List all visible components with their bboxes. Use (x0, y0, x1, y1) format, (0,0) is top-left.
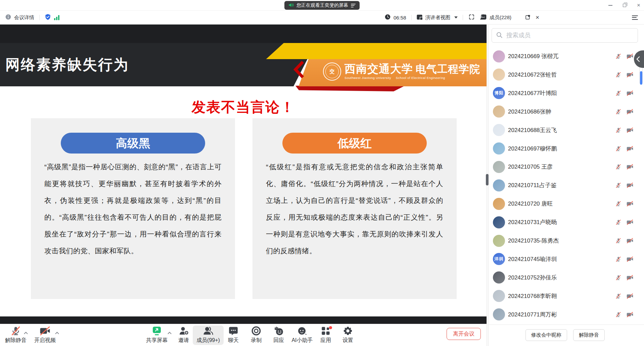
avatar (493, 142, 505, 155)
mic-muted-icon[interactable] (615, 219, 621, 226)
watching-banner: 您正在观看王奕斐的屏幕 (284, 1, 360, 10)
member-icon (480, 14, 487, 21)
mic-muted-icon[interactable] (615, 90, 621, 97)
panel-unmute-button[interactable]: 解除静音 (573, 329, 605, 341)
camera-off-icon[interactable] (627, 275, 633, 282)
member-search-input[interactable] (506, 32, 634, 39)
member-name: 2024210735-陈勇杰 (508, 237, 559, 245)
camera-off-icon[interactable] (627, 53, 633, 60)
presentation-slide: 网络素养缺失行为 交 西南交通大学电气工程学院 Southwest Jiaoto… (0, 43, 487, 316)
avatar (493, 198, 505, 210)
camera-off-icon[interactable] (627, 219, 633, 226)
member-name: 2024210768李昕翱 (508, 292, 557, 300)
camera-off-icon[interactable] (627, 201, 633, 208)
panel-menu-icon[interactable] (632, 14, 638, 21)
mic-muted-icon[interactable] (615, 201, 621, 208)
member-name: 2024210669 张楷兀 (508, 52, 558, 60)
avatar (493, 308, 505, 320)
member-row[interactable]: 2024210731卢晓旸 (489, 213, 644, 231)
apps-notification-dot (329, 326, 332, 329)
slide-heading: 发表不当言论！ (0, 98, 487, 117)
view-layout-icon (417, 14, 422, 21)
mic-muted-icon[interactable] (615, 275, 621, 282)
member-row[interactable]: 2024210686张翀 (489, 102, 644, 121)
mic-options-chevron-icon[interactable] (24, 330, 28, 336)
settings-button[interactable]: 设置 (334, 326, 362, 345)
meeting-app-window: 您正在观看王奕斐的屏幕 × 会议详情 06:58 (0, 0, 644, 346)
mic-muted-icon[interactable] (615, 293, 621, 300)
unmute-button[interactable]: 解除静音 (2, 326, 30, 345)
camera-off-icon[interactable] (627, 182, 633, 189)
banner-menu-icon[interactable] (351, 4, 356, 7)
camera-off-icon[interactable] (627, 90, 633, 97)
clock-icon (385, 14, 390, 21)
member-name: 2024210720 唐旺 (508, 200, 553, 208)
fullscreen-icon[interactable] (469, 14, 474, 21)
card-pill: 低级红 (282, 133, 427, 154)
leave-meeting-button[interactable]: 离开会议 (447, 328, 481, 340)
member-row[interactable]: 2024210720 唐旺 (489, 194, 644, 213)
camera-off-icon[interactable] (627, 72, 633, 79)
back-chevron-icon (293, 60, 305, 81)
university-logo: 交 西南交通大学电气工程学院 Southwest Jiaotong Univer… (323, 62, 480, 81)
member-row[interactable]: 2024210669 张楷兀 (489, 47, 644, 66)
member-row[interactable]: 2024210771周万彬 (489, 305, 644, 324)
rename-button[interactable]: 修改会中昵称 (525, 329, 567, 341)
panel-footer: 修改会中昵称 解除静音 (489, 325, 644, 346)
meeting-toolbar: 会议详情 06:58 演讲者视图 (0, 11, 644, 25)
network-signal-icon[interactable] (54, 15, 59, 20)
camera-off-icon[interactable] (627, 293, 633, 300)
meeting-details-link[interactable]: 会议详情 (14, 14, 34, 21)
camera-off-icon[interactable] (627, 256, 633, 263)
member-row[interactable]: 2024210768李昕翱 (489, 287, 644, 305)
speaker-on-icon (288, 3, 294, 8)
mic-muted-icon[interactable] (615, 312, 621, 319)
avatar (493, 69, 505, 81)
maximize-button[interactable] (622, 3, 627, 8)
member-row[interactable]: 2024210705 王彦 (489, 158, 644, 176)
view-mode-caret-icon[interactable] (454, 16, 458, 18)
close-window-button[interactable]: × (636, 3, 641, 8)
member-row[interactable]: 2024210688王云飞 (489, 121, 644, 139)
member-name: 2024210771周万彬 (508, 311, 557, 318)
member-row[interactable]: 洋圳 2024210745喻洋圳 (489, 250, 644, 268)
mic-muted-icon[interactable] (615, 256, 621, 263)
avatar (493, 235, 505, 247)
view-mode-selector[interactable]: 演讲者视图 (425, 14, 451, 21)
camera-off-icon[interactable] (627, 127, 633, 134)
mic-muted-icon[interactable] (615, 182, 621, 189)
member-row[interactable]: 2024210752孙佳乐 (489, 268, 644, 287)
close-panel-icon[interactable]: × (536, 14, 539, 20)
member-row[interactable]: 2024210735-陈勇杰 (489, 231, 644, 250)
start-video-button[interactable]: 开启视频 (31, 326, 59, 345)
mic-muted-icon[interactable] (615, 127, 621, 134)
share-screen-button[interactable]: 共享屏幕 (143, 326, 171, 345)
mic-muted-icon[interactable] (615, 109, 621, 116)
card-body-text: “低级红”是指有意或无意把党的信念和政治主张简单化、庸俗化。“低级红”分为两种情… (266, 159, 443, 259)
minimize-button[interactable] (608, 3, 613, 8)
camera-off-icon[interactable] (627, 312, 633, 319)
member-row[interactable]: 2024210711占子鉴 (489, 176, 644, 194)
member-row[interactable]: 博阳 2024210677叶博阳 (489, 84, 644, 102)
popout-panel-icon[interactable] (525, 14, 531, 21)
logo-university-name: 西南交通大学 (344, 63, 413, 75)
camera-options-chevron-icon[interactable] (55, 330, 59, 336)
mic-muted-icon[interactable] (615, 238, 621, 245)
camera-off-icon[interactable] (627, 164, 633, 171)
camera-off-icon[interactable] (627, 109, 633, 116)
mic-muted-icon[interactable] (615, 164, 621, 171)
camera-off-icon[interactable] (627, 238, 633, 245)
mic-muted-icon[interactable] (615, 53, 621, 60)
security-shield-icon[interactable] (45, 14, 51, 21)
panel-resize-handle[interactable] (486, 174, 489, 185)
mic-muted-icon[interactable] (615, 72, 621, 79)
member-search-box[interactable] (492, 28, 638, 43)
camera-off-icon[interactable] (627, 146, 633, 153)
info-icon[interactable] (5, 14, 11, 21)
panel-scrollbar-thumb[interactable] (640, 71, 642, 85)
member-row[interactable]: 2024210697穆怀鹏 (489, 139, 644, 158)
search-icon (496, 32, 503, 40)
mic-muted-icon[interactable] (615, 146, 621, 153)
avatar (493, 50, 505, 62)
member-row[interactable]: 2024210672张铨哲 (489, 66, 644, 84)
